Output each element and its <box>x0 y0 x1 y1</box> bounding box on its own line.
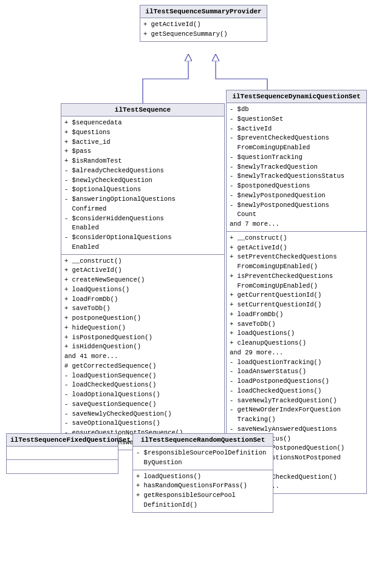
diagram-container: ilTestSequenceSummaryProvider + getActiv… <box>0 0 373 588</box>
summary-provider-methods: + getActiveId() + getSequenceSummary() <box>140 18 267 41</box>
summary-provider-title: ilTestSequenceSummaryProvider <box>140 5 267 18</box>
summary-provider-box: ilTestSequenceSummaryProvider + getActiv… <box>140 5 267 42</box>
test-sequence-fields: + $sequencedata + $questions + $active_i… <box>61 117 224 255</box>
fixed-question-set-box: ilTestSequenceFixedQuestionSet <box>6 433 118 474</box>
test-sequence-title: ilTestSequence <box>61 104 224 117</box>
test-sequence-box: ilTestSequence + $sequencedata + $questi… <box>61 103 225 450</box>
random-question-set-methods: + loadQuestions() + hasRandomQuestionsFo… <box>133 470 273 512</box>
random-question-set-fields: - $responsibleSourcePoolDefinition ByQue… <box>133 447 273 470</box>
test-sequence-methods: + __construct() + getActiveId() + create… <box>61 255 224 450</box>
random-question-set-title: ilTestSequenceRandomQuestionSet <box>133 434 273 447</box>
random-question-set-box: ilTestSequenceRandomQuestionSet - $respo… <box>132 433 273 513</box>
dynamic-question-set-fields: - $db - $questionSet - $activeId - $prev… <box>227 103 366 232</box>
fixed-question-set-title: ilTestSequenceFixedQuestionSet <box>7 434 118 447</box>
dynamic-question-set-title: ilTestSequenceDynamicQuestionSet <box>227 90 366 103</box>
fixed-question-set-methods <box>7 460 118 473</box>
fixed-question-set-fields <box>7 447 118 460</box>
